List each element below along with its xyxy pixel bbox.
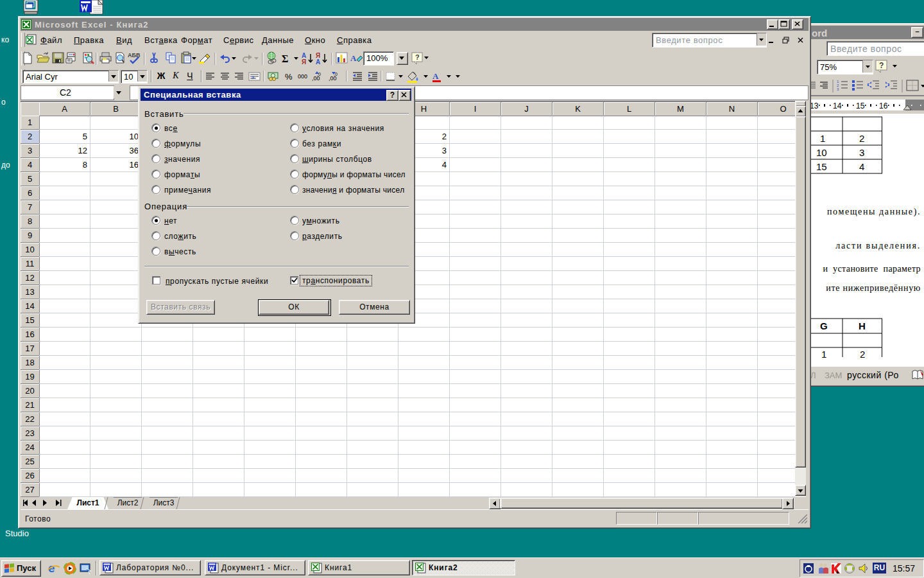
svg-text:?: ? bbox=[415, 53, 420, 61]
svg-text:?: ? bbox=[879, 61, 884, 70]
svg-text:000: 000 bbox=[298, 73, 307, 80]
svg-text:A: A bbox=[432, 71, 439, 81]
svg-text:,0: ,0 bbox=[334, 72, 338, 76]
svg-text:А: А bbox=[316, 58, 320, 66]
svg-text:%: % bbox=[285, 72, 293, 82]
svg-text:3: 3 bbox=[837, 87, 839, 91]
svg-text:A: A bbox=[350, 53, 357, 63]
svg-text:a: a bbox=[252, 74, 255, 80]
svg-text:Σ: Σ bbox=[282, 53, 288, 64]
svg-text:,0: ,0 bbox=[317, 72, 321, 76]
svg-text:Я: Я bbox=[302, 58, 306, 66]
